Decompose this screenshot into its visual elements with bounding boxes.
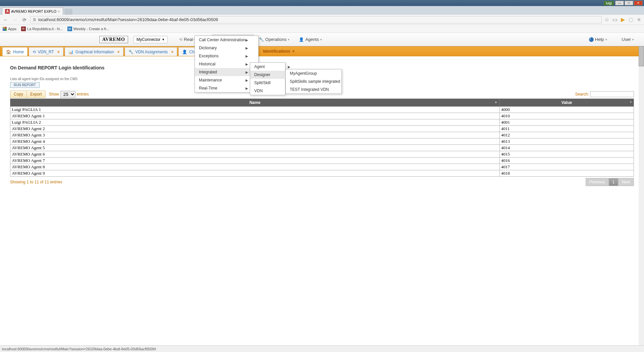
reload-button[interactable]: ⟳ (21, 16, 28, 23)
arrow-right-icon: ▶ (246, 38, 248, 42)
favicon-icon: A (5, 9, 10, 14)
menu-agents[interactable]: 👤 Agents ▾ (294, 34, 326, 45)
dd-item-cca[interactable]: Call Center Administration▶ (195, 36, 258, 44)
col-value[interactable]: Value♦ (500, 99, 634, 107)
menu-icon[interactable]: ≡ (636, 17, 642, 23)
page-size-select[interactable]: 25 (60, 91, 75, 98)
close-tab-icon[interactable]: × (292, 49, 294, 54)
caret-down-icon: ▼ (162, 38, 165, 41)
dd-label: Exceptions (199, 54, 219, 58)
dd-item-test-integrated-vdn[interactable]: TEST Integrated VDN (286, 85, 341, 94)
url-field[interactable]: 🗎 localhost:60009/avremo/cms/restful/Mai… (30, 16, 602, 23)
new-tab-button[interactable] (64, 9, 72, 15)
copy-button[interactable]: Copy (10, 91, 27, 98)
cell-name: AVREMO Agent 3 (10, 132, 500, 138)
maximize-button[interactable]: □ (625, 1, 633, 5)
browser-tab[interactable]: A AVREMO REPORT EXPLO × (2, 7, 63, 15)
sort-icon: ♦ (630, 100, 632, 104)
next-button[interactable]: Next (618, 178, 634, 186)
connector-label: MyConnector (137, 37, 160, 42)
prev-button[interactable]: Previous (586, 178, 609, 186)
dd-item-myagentgroup[interactable]: MyAgentGroup (286, 69, 341, 77)
star-icon[interactable]: ☆ (604, 17, 610, 23)
page-tabs: 🏠 Home ⟲ VDN_RT × 📊 Graphical Informatio… (0, 46, 644, 56)
url-text: localhost:60009/avremo/cms/restful/Main?… (38, 17, 218, 22)
close-tab-icon[interactable]: × (117, 50, 120, 54)
ext-icon[interactable]: ◌ (628, 17, 634, 23)
table-row: AVREMO Agent 34012 (10, 132, 634, 138)
tab-graphical-info[interactable]: 📊 Graphical Information × (65, 47, 123, 56)
dd-label: Agent (254, 64, 265, 69)
ondemand-dropdown: Call Center Administration▶ Dictionary▶ … (195, 36, 259, 93)
weebly-icon: W (67, 26, 72, 31)
menu-label: User (622, 37, 631, 42)
arrow-right-icon: ▶ (246, 62, 248, 66)
dd-label: Designer (254, 72, 270, 77)
close-tab-icon[interactable]: × (171, 50, 173, 54)
dd-item-realtime[interactable]: Real-Time▶ (195, 84, 258, 92)
scrollbar-thumb[interactable] (639, 46, 644, 66)
dd-item-historical[interactable]: Historical▶ (195, 60, 258, 68)
close-tab-icon[interactable]: × (58, 9, 60, 13)
dd-item-dictionary[interactable]: Dictionary▶ (195, 44, 258, 52)
close-window-button[interactable]: ✕ (634, 1, 643, 5)
cell-name: AVREMO Agent 7 (10, 158, 500, 164)
pager: Previous 1 Next (586, 178, 634, 186)
tab-home[interactable]: 🏠 Home (2, 47, 28, 56)
search-input[interactable] (590, 91, 634, 97)
cell-value: 4012 (500, 132, 634, 138)
close-tab-icon[interactable]: × (57, 50, 60, 54)
run-report-button[interactable]: RUN REPORT (10, 82, 40, 88)
menu-user[interactable]: User ▾ (617, 34, 639, 45)
weebly-bookmark[interactable]: W Weebly - Create a fr... (67, 26, 109, 31)
repubblica-bookmark[interactable]: R La Repubblica.it - H... (21, 26, 63, 31)
dd-label: Real-Time (199, 86, 217, 91)
chart-icon: 📊 (68, 50, 73, 54)
caret-down-icon: ▾ (605, 38, 607, 41)
arrow-right-icon: ▶ (246, 86, 248, 90)
refresh-icon: ⟲ (179, 37, 182, 42)
cell-value: 4017 (500, 164, 634, 170)
cell-value: 4011 (500, 126, 634, 132)
arrow-right-icon: ▶ (246, 70, 248, 74)
table-row: AVREMO Agent 54014 (10, 145, 634, 151)
dd-label: Split/Skill (254, 80, 271, 85)
dd-item-exceptions[interactable]: Exceptions▶ (195, 52, 258, 60)
bookmark-label: Weebly - Create a fr... (73, 27, 109, 31)
minimize-button[interactable]: — (615, 1, 624, 5)
back-button[interactable]: ← (2, 16, 9, 23)
caret-down-icon: ▾ (288, 38, 289, 41)
export-button[interactable]: Export (27, 91, 46, 98)
vertical-scrollbar[interactable] (639, 46, 644, 345)
forward-button[interactable]: → (11, 16, 19, 23)
menu-operations[interactable]: 🔧 Operations ▾ (254, 34, 294, 45)
device-icon[interactable]: ▭ (612, 17, 618, 23)
table-row: AVREMO Agent 84017 (10, 164, 634, 170)
entries-label: entries (77, 92, 89, 97)
dd-item-integrated[interactable]: Integrated▶ (195, 68, 258, 76)
play-icon[interactable]: ▶ (620, 17, 626, 23)
dd-item-splitskills-sample[interactable]: SplitSkills sample integrated (286, 77, 341, 85)
apps-bookmark[interactable]: Apps (3, 27, 16, 31)
page-icon: 🗎 (33, 17, 37, 22)
integrated-submenu: Agent▶ Designer▶ Split/Skill▶ VDN▶ (250, 62, 285, 95)
dd-label: Integrated (199, 70, 217, 74)
dd-label: SplitSkills sample integrated (290, 79, 340, 84)
page-1-button[interactable]: 1 (609, 178, 619, 186)
connector-select[interactable]: MyConnector ▼ (133, 36, 168, 43)
cell-value: 4013 (500, 138, 634, 145)
apps-icon (3, 27, 7, 31)
dd-item-maintenance[interactable]: Maintenance▶ (195, 76, 258, 84)
user-badge: luigi (604, 1, 614, 5)
col-label: Name (250, 100, 261, 105)
tab-vdn-assignments[interactable]: 🔧 VDN Assignments × (125, 47, 177, 56)
tab-vdnrt[interactable]: ⟲ VDN_RT × (29, 47, 63, 56)
cell-name: AVREMO Agent 4 (10, 138, 500, 145)
app-toolbar: AVREMO MyConnector ▼ ⟲ Real-Time ▾ 📊 On-… (0, 33, 644, 46)
col-name[interactable]: Name▲ (10, 99, 500, 107)
tab-identifications[interactable]: Identifications × (260, 47, 298, 56)
menu-help[interactable]: ? Help ▾ (584, 34, 612, 45)
menu-label: Operations (265, 37, 287, 42)
dd-label: Maintenance (199, 78, 222, 82)
show-label: Show (49, 92, 59, 97)
